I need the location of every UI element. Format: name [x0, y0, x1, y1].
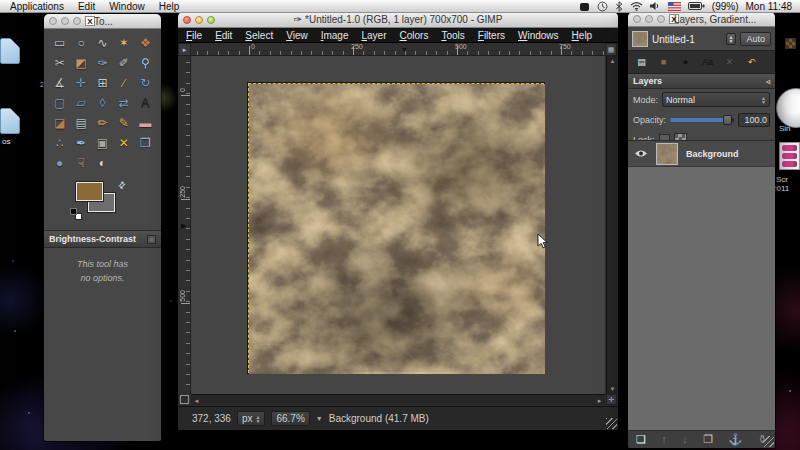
menubar-clock[interactable]: Mon 11:48: [745, 1, 792, 12]
desktop-file-icon[interactable]: [0, 108, 20, 134]
canvas-image[interactable]: [248, 83, 544, 373]
desktop-file-icon[interactable]: [0, 38, 20, 64]
select-by-color-tool[interactable]: ❖: [135, 33, 156, 52]
layer-name[interactable]: Background: [686, 149, 739, 159]
zoom-selector[interactable]: 66.7%: [271, 411, 309, 426]
clone-tool[interactable]: ▣: [92, 133, 113, 152]
scroll-right-icon[interactable]: ▸: [594, 395, 605, 406]
canvas-area[interactable]: [191, 56, 605, 394]
gimp-menu-edit[interactable]: Edit: [215, 30, 232, 41]
scroll-left-icon[interactable]: ◂: [191, 395, 202, 406]
zoom-button[interactable]: [73, 17, 81, 25]
gimp-menu-select[interactable]: Select: [245, 30, 273, 41]
heal-tool[interactable]: ✕: [113, 133, 134, 152]
scroll-down-icon[interactable]: ▾: [607, 384, 618, 394]
foreground-select-tool[interactable]: ◩: [70, 53, 91, 72]
minimize-button[interactable]: [645, 15, 653, 23]
app-icon[interactable]: [579, 1, 590, 12]
close-button[interactable]: [49, 17, 57, 25]
vertical-scrollbar[interactable]: ▴ ▾: [606, 56, 617, 394]
clock-icon[interactable]: [597, 1, 608, 12]
desktop-photo-icon[interactable]: [779, 142, 800, 170]
minimize-button[interactable]: [61, 17, 69, 25]
menubar-help[interactable]: Help: [159, 1, 180, 12]
flag-icon[interactable]: [668, 2, 681, 11]
swap-colors-icon[interactable]: ⇄: [116, 179, 128, 191]
collapse-icon[interactable]: ▫: [147, 235, 156, 244]
ellipse-select-tool[interactable]: ○: [70, 33, 91, 52]
close-button[interactable]: [183, 16, 191, 24]
ruler-corner-menu-button[interactable]: ▸: [178, 43, 191, 56]
perspective-tool[interactable]: ◊: [92, 93, 113, 112]
text-tool[interactable]: A: [135, 93, 156, 112]
gimp-menu-layer[interactable]: Layer: [361, 30, 386, 41]
free-select-tool[interactable]: ∿: [92, 33, 113, 52]
ink-tool[interactable]: ✒: [70, 133, 91, 152]
gimp-menu-colors[interactable]: Colors: [399, 30, 428, 41]
gimp-menu-file[interactable]: File: [186, 30, 202, 41]
scale-tool[interactable]: ▢: [49, 93, 70, 112]
opacity-value[interactable]: 100.0: [738, 113, 770, 127]
rotate-tool[interactable]: ↻: [135, 73, 156, 92]
perspective-clone-tool[interactable]: ❐: [135, 133, 156, 152]
zoom-button[interactable]: [207, 16, 215, 24]
eraser-tool[interactable]: ▬: [135, 113, 156, 132]
color-picker-tool[interactable]: ✐: [113, 53, 134, 72]
zoom-button[interactable]: [657, 15, 665, 23]
volume-icon[interactable]: [650, 1, 661, 11]
image-window-titlebar[interactable]: ✑*Untitled-1.0 (RGB, 1 layer) 700x700 - …: [178, 12, 618, 28]
unit-selector[interactable]: px ▲▼: [237, 411, 266, 426]
layers-window-titlebar[interactable]: X Layers, Gradient...: [628, 12, 775, 27]
zoom-dropdown-icon[interactable]: ▼: [316, 415, 323, 422]
brushes-tab[interactable]: ●: [675, 53, 696, 71]
scroll-up-icon[interactable]: ▴: [607, 56, 618, 66]
shear-tool[interactable]: ▱: [70, 93, 91, 112]
blur-sharpen-tool[interactable]: ●: [49, 153, 70, 172]
fonts-tab[interactable]: Aa: [697, 53, 718, 71]
foreground-color-swatch[interactable]: [76, 182, 103, 201]
opacity-slider-knob[interactable]: [723, 115, 732, 125]
gimp-menu-filters[interactable]: Filters: [478, 30, 505, 41]
unit-spinner-icon[interactable]: ▲▼: [256, 415, 261, 423]
quick-mask-toggle[interactable]: [180, 395, 189, 404]
auto-button[interactable]: Auto: [740, 32, 771, 46]
gimp-menu-view[interactable]: View: [286, 30, 308, 41]
toolbox-titlebar[interactable]: X To...: [44, 14, 161, 29]
scissors-select-tool[interactable]: ✂: [49, 53, 70, 72]
fuzzy-select-tool[interactable]: ✶: [113, 33, 134, 52]
navigation-button[interactable]: ✛: [606, 394, 617, 405]
history-tab[interactable]: ↶: [741, 53, 762, 71]
mode-dropdown[interactable]: Normal ▲▼: [662, 92, 770, 107]
desktop-disc-icon[interactable]: [776, 88, 800, 128]
gimp-menu-tools[interactable]: Tools: [441, 30, 464, 41]
paths-tool[interactable]: ✑: [92, 53, 113, 72]
image-selector-spinner[interactable]: ▲▼: [726, 33, 737, 45]
bucket-fill-tool[interactable]: ◪: [49, 113, 70, 132]
paintbrush-tool[interactable]: ✎: [113, 113, 134, 132]
close-button[interactable]: [633, 15, 641, 23]
pencil-tool[interactable]: ✏: [92, 113, 113, 132]
layers-tab[interactable]: ▤: [631, 53, 652, 71]
flip-tool[interactable]: ⇄: [113, 93, 134, 112]
rectangle-select-tool[interactable]: ▭: [49, 33, 70, 52]
gradients-tab[interactable]: ■: [653, 53, 674, 71]
gimp-menu-help[interactable]: Help: [572, 30, 593, 41]
layer-row-background[interactable]: Background: [628, 141, 775, 167]
alignment-tool[interactable]: ⊞: [92, 73, 113, 92]
gimp-menu-windows[interactable]: Windows: [518, 30, 559, 41]
wifi-icon[interactable]: [630, 1, 643, 11]
default-colors-icon[interactable]: [70, 208, 82, 220]
new-layer-button[interactable]: ❏: [636, 434, 646, 445]
gimp-menu-image[interactable]: Image: [321, 30, 349, 41]
menubar-window[interactable]: Window: [109, 1, 145, 12]
paths-tab[interactable]: ✕: [719, 53, 740, 71]
battery-icon[interactable]: [688, 1, 705, 11]
dodge-burn-tool[interactable]: ◐: [92, 153, 113, 172]
anchor-layer-button[interactable]: ⚓: [729, 434, 743, 445]
measure-tool[interactable]: ∡: [49, 73, 70, 92]
lower-layer-button[interactable]: ↓: [682, 434, 688, 445]
tab-menu-icon[interactable]: ◃: [766, 77, 770, 86]
opacity-slider[interactable]: [670, 118, 734, 122]
crop-tool[interactable]: ∕: [113, 73, 134, 92]
duplicate-layer-button[interactable]: ❐: [703, 434, 713, 445]
